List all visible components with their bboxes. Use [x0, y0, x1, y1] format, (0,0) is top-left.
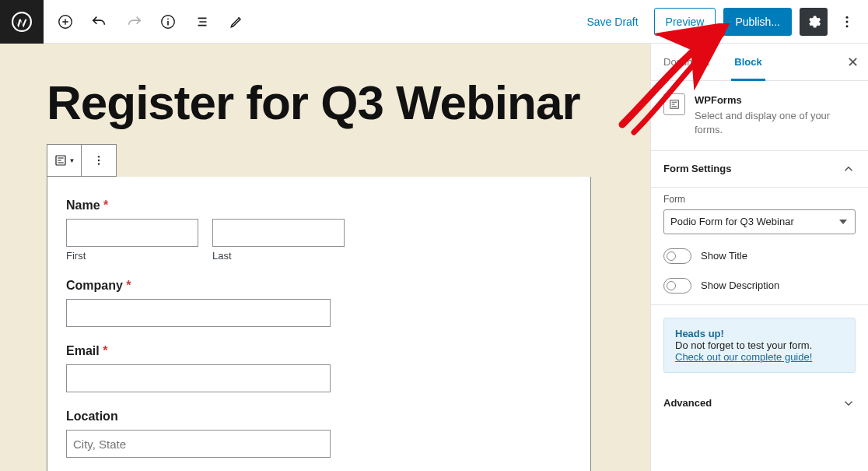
editor-top-bar: Save Draft Preview Publish...	[0, 0, 868, 44]
kebab-icon	[93, 154, 105, 167]
form-select[interactable]: Podio Form for Q3 Webinar	[663, 209, 856, 234]
location-field-label: Location	[66, 409, 572, 424]
show-description-toggle[interactable]	[663, 278, 691, 293]
name-field-label: Name *	[66, 199, 572, 213]
svg-point-0	[12, 12, 31, 31]
location-input[interactable]	[66, 430, 331, 458]
close-icon: ✕	[847, 54, 859, 71]
last-name-input[interactable]	[212, 219, 345, 247]
gear-icon	[806, 14, 821, 30]
form-select-label: Form	[663, 194, 856, 205]
test-form-notice: Heads up! Do not forget to test your for…	[663, 318, 856, 373]
editor-canvas: Register for Q3 Webinar ▼ Name * First	[0, 44, 650, 471]
settings-button[interactable]	[800, 8, 828, 36]
company-input[interactable]	[66, 299, 331, 327]
svg-point-8	[98, 156, 100, 157]
wpforms-block-preview[interactable]: Name * First Last Company * Email	[47, 177, 591, 471]
notice-guide-link[interactable]: Check out our complete guide!	[675, 351, 812, 363]
redo-icon	[120, 8, 148, 36]
show-description-label: Show Description	[701, 279, 779, 291]
chevron-down-icon	[842, 396, 856, 410]
block-more-options[interactable]	[82, 145, 116, 176]
chevron-up-icon	[842, 162, 856, 176]
wordpress-logo[interactable]	[0, 0, 44, 44]
svg-point-4	[846, 16, 849, 18]
company-field-label: Company *	[66, 279, 572, 293]
email-field-label: Email *	[66, 344, 572, 358]
save-draft-button[interactable]: Save Draft	[579, 11, 646, 33]
block-toolbar: ▼	[47, 144, 117, 177]
more-menu-button[interactable]	[835, 8, 859, 36]
first-name-input[interactable]	[66, 219, 198, 247]
svg-point-3	[167, 18, 169, 19]
advanced-accordion[interactable]: Advanced	[651, 385, 868, 421]
block-description: Select and display one of your forms.	[695, 110, 830, 135]
preview-button[interactable]: Preview	[654, 8, 716, 36]
page-title[interactable]: Register for Q3 Webinar	[47, 75, 604, 130]
settings-sidebar: Document Block ✕ WPForms Select and disp…	[650, 44, 868, 471]
wpforms-icon	[663, 93, 685, 115]
email-input[interactable]	[66, 364, 331, 392]
block-name: WPForms	[695, 93, 856, 107]
svg-point-10	[98, 163, 100, 164]
info-icon[interactable]	[154, 8, 182, 36]
block-type-switcher[interactable]: ▼	[47, 145, 82, 176]
block-info-panel: WPForms Select and display one of your f…	[651, 81, 868, 151]
svg-point-9	[98, 160, 100, 161]
publish-button[interactable]: Publish...	[723, 8, 792, 36]
form-icon	[54, 153, 68, 167]
form-settings-accordion[interactable]: Form Settings	[651, 151, 868, 188]
outline-icon[interactable]	[188, 8, 216, 36]
close-sidebar-button[interactable]: ✕	[837, 54, 868, 71]
svg-point-6	[846, 25, 849, 27]
show-title-toggle[interactable]	[663, 248, 691, 264]
add-block-icon[interactable]	[51, 8, 79, 36]
edit-icon[interactable]	[222, 8, 250, 36]
svg-point-5	[846, 20, 849, 23]
tab-document[interactable]: Document	[651, 44, 722, 81]
undo-icon[interactable]	[86, 8, 114, 36]
last-sublabel: Last	[212, 250, 345, 262]
show-title-label: Show Title	[701, 250, 747, 262]
kebab-icon	[839, 14, 855, 30]
first-sublabel: First	[66, 250, 198, 262]
tab-block[interactable]: Block	[722, 44, 774, 81]
